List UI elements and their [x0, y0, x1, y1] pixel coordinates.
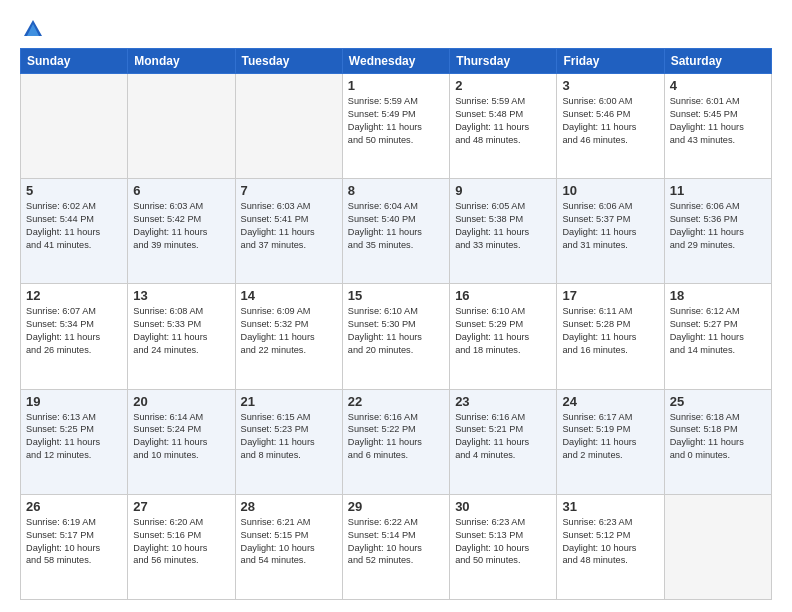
day-number: 4	[670, 78, 766, 93]
logo	[20, 18, 44, 38]
page: SundayMondayTuesdayWednesdayThursdayFrid…	[0, 0, 792, 612]
calendar-cell: 24Sunrise: 6:17 AM Sunset: 5:19 PM Dayli…	[557, 389, 664, 494]
day-number: 19	[26, 394, 122, 409]
day-info: Sunrise: 6:13 AM Sunset: 5:25 PM Dayligh…	[26, 411, 122, 463]
day-info: Sunrise: 6:02 AM Sunset: 5:44 PM Dayligh…	[26, 200, 122, 252]
week-row-1: 1Sunrise: 5:59 AM Sunset: 5:49 PM Daylig…	[21, 74, 772, 179]
weekday-saturday: Saturday	[664, 49, 771, 74]
weekday-friday: Friday	[557, 49, 664, 74]
day-number: 7	[241, 183, 337, 198]
day-info: Sunrise: 6:06 AM Sunset: 5:37 PM Dayligh…	[562, 200, 658, 252]
day-number: 6	[133, 183, 229, 198]
day-number: 23	[455, 394, 551, 409]
calendar-cell: 15Sunrise: 6:10 AM Sunset: 5:30 PM Dayli…	[342, 284, 449, 389]
day-number: 21	[241, 394, 337, 409]
weekday-monday: Monday	[128, 49, 235, 74]
calendar-cell: 26Sunrise: 6:19 AM Sunset: 5:17 PM Dayli…	[21, 494, 128, 599]
weekday-header-row: SundayMondayTuesdayWednesdayThursdayFrid…	[21, 49, 772, 74]
calendar-cell: 4Sunrise: 6:01 AM Sunset: 5:45 PM Daylig…	[664, 74, 771, 179]
calendar-cell: 28Sunrise: 6:21 AM Sunset: 5:15 PM Dayli…	[235, 494, 342, 599]
calendar-cell: 20Sunrise: 6:14 AM Sunset: 5:24 PM Dayli…	[128, 389, 235, 494]
day-number: 2	[455, 78, 551, 93]
calendar-cell: 5Sunrise: 6:02 AM Sunset: 5:44 PM Daylig…	[21, 179, 128, 284]
calendar-cell: 14Sunrise: 6:09 AM Sunset: 5:32 PM Dayli…	[235, 284, 342, 389]
day-info: Sunrise: 5:59 AM Sunset: 5:48 PM Dayligh…	[455, 95, 551, 147]
day-number: 16	[455, 288, 551, 303]
calendar-cell	[128, 74, 235, 179]
calendar-cell: 10Sunrise: 6:06 AM Sunset: 5:37 PM Dayli…	[557, 179, 664, 284]
calendar-cell	[21, 74, 128, 179]
calendar-cell: 17Sunrise: 6:11 AM Sunset: 5:28 PM Dayli…	[557, 284, 664, 389]
header	[20, 18, 772, 38]
weekday-sunday: Sunday	[21, 49, 128, 74]
day-number: 1	[348, 78, 444, 93]
day-number: 3	[562, 78, 658, 93]
day-number: 18	[670, 288, 766, 303]
day-number: 26	[26, 499, 122, 514]
week-row-3: 12Sunrise: 6:07 AM Sunset: 5:34 PM Dayli…	[21, 284, 772, 389]
day-number: 28	[241, 499, 337, 514]
calendar-cell: 22Sunrise: 6:16 AM Sunset: 5:22 PM Dayli…	[342, 389, 449, 494]
day-number: 10	[562, 183, 658, 198]
day-info: Sunrise: 6:08 AM Sunset: 5:33 PM Dayligh…	[133, 305, 229, 357]
weekday-wednesday: Wednesday	[342, 49, 449, 74]
day-info: Sunrise: 6:21 AM Sunset: 5:15 PM Dayligh…	[241, 516, 337, 568]
day-info: Sunrise: 6:23 AM Sunset: 5:13 PM Dayligh…	[455, 516, 551, 568]
day-number: 15	[348, 288, 444, 303]
day-info: Sunrise: 6:20 AM Sunset: 5:16 PM Dayligh…	[133, 516, 229, 568]
calendar: SundayMondayTuesdayWednesdayThursdayFrid…	[20, 48, 772, 600]
calendar-cell: 11Sunrise: 6:06 AM Sunset: 5:36 PM Dayli…	[664, 179, 771, 284]
day-info: Sunrise: 6:23 AM Sunset: 5:12 PM Dayligh…	[562, 516, 658, 568]
calendar-cell: 29Sunrise: 6:22 AM Sunset: 5:14 PM Dayli…	[342, 494, 449, 599]
week-row-5: 26Sunrise: 6:19 AM Sunset: 5:17 PM Dayli…	[21, 494, 772, 599]
day-info: Sunrise: 6:10 AM Sunset: 5:29 PM Dayligh…	[455, 305, 551, 357]
calendar-cell	[664, 494, 771, 599]
calendar-cell: 13Sunrise: 6:08 AM Sunset: 5:33 PM Dayli…	[128, 284, 235, 389]
weekday-tuesday: Tuesday	[235, 49, 342, 74]
calendar-cell: 12Sunrise: 6:07 AM Sunset: 5:34 PM Dayli…	[21, 284, 128, 389]
day-number: 8	[348, 183, 444, 198]
day-number: 27	[133, 499, 229, 514]
calendar-cell: 6Sunrise: 6:03 AM Sunset: 5:42 PM Daylig…	[128, 179, 235, 284]
day-number: 5	[26, 183, 122, 198]
logo-icon	[22, 18, 44, 40]
calendar-cell: 23Sunrise: 6:16 AM Sunset: 5:21 PM Dayli…	[450, 389, 557, 494]
weekday-thursday: Thursday	[450, 49, 557, 74]
calendar-cell: 7Sunrise: 6:03 AM Sunset: 5:41 PM Daylig…	[235, 179, 342, 284]
day-number: 11	[670, 183, 766, 198]
week-row-2: 5Sunrise: 6:02 AM Sunset: 5:44 PM Daylig…	[21, 179, 772, 284]
calendar-cell: 2Sunrise: 5:59 AM Sunset: 5:48 PM Daylig…	[450, 74, 557, 179]
calendar-cell: 27Sunrise: 6:20 AM Sunset: 5:16 PM Dayli…	[128, 494, 235, 599]
calendar-cell: 3Sunrise: 6:00 AM Sunset: 5:46 PM Daylig…	[557, 74, 664, 179]
day-info: Sunrise: 6:18 AM Sunset: 5:18 PM Dayligh…	[670, 411, 766, 463]
day-info: Sunrise: 6:00 AM Sunset: 5:46 PM Dayligh…	[562, 95, 658, 147]
day-info: Sunrise: 6:05 AM Sunset: 5:38 PM Dayligh…	[455, 200, 551, 252]
day-info: Sunrise: 6:12 AM Sunset: 5:27 PM Dayligh…	[670, 305, 766, 357]
calendar-cell: 25Sunrise: 6:18 AM Sunset: 5:18 PM Dayli…	[664, 389, 771, 494]
day-number: 14	[241, 288, 337, 303]
calendar-cell: 30Sunrise: 6:23 AM Sunset: 5:13 PM Dayli…	[450, 494, 557, 599]
day-info: Sunrise: 6:15 AM Sunset: 5:23 PM Dayligh…	[241, 411, 337, 463]
day-info: Sunrise: 6:01 AM Sunset: 5:45 PM Dayligh…	[670, 95, 766, 147]
day-number: 30	[455, 499, 551, 514]
day-info: Sunrise: 6:10 AM Sunset: 5:30 PM Dayligh…	[348, 305, 444, 357]
calendar-cell: 1Sunrise: 5:59 AM Sunset: 5:49 PM Daylig…	[342, 74, 449, 179]
calendar-cell: 31Sunrise: 6:23 AM Sunset: 5:12 PM Dayli…	[557, 494, 664, 599]
day-info: Sunrise: 5:59 AM Sunset: 5:49 PM Dayligh…	[348, 95, 444, 147]
day-number: 24	[562, 394, 658, 409]
day-info: Sunrise: 6:06 AM Sunset: 5:36 PM Dayligh…	[670, 200, 766, 252]
day-number: 22	[348, 394, 444, 409]
day-info: Sunrise: 6:03 AM Sunset: 5:42 PM Dayligh…	[133, 200, 229, 252]
calendar-cell	[235, 74, 342, 179]
calendar-cell: 9Sunrise: 6:05 AM Sunset: 5:38 PM Daylig…	[450, 179, 557, 284]
calendar-cell: 16Sunrise: 6:10 AM Sunset: 5:29 PM Dayli…	[450, 284, 557, 389]
calendar-cell: 19Sunrise: 6:13 AM Sunset: 5:25 PM Dayli…	[21, 389, 128, 494]
day-info: Sunrise: 6:09 AM Sunset: 5:32 PM Dayligh…	[241, 305, 337, 357]
day-number: 12	[26, 288, 122, 303]
week-row-4: 19Sunrise: 6:13 AM Sunset: 5:25 PM Dayli…	[21, 389, 772, 494]
day-info: Sunrise: 6:16 AM Sunset: 5:22 PM Dayligh…	[348, 411, 444, 463]
day-info: Sunrise: 6:16 AM Sunset: 5:21 PM Dayligh…	[455, 411, 551, 463]
day-info: Sunrise: 6:07 AM Sunset: 5:34 PM Dayligh…	[26, 305, 122, 357]
day-number: 9	[455, 183, 551, 198]
day-number: 13	[133, 288, 229, 303]
